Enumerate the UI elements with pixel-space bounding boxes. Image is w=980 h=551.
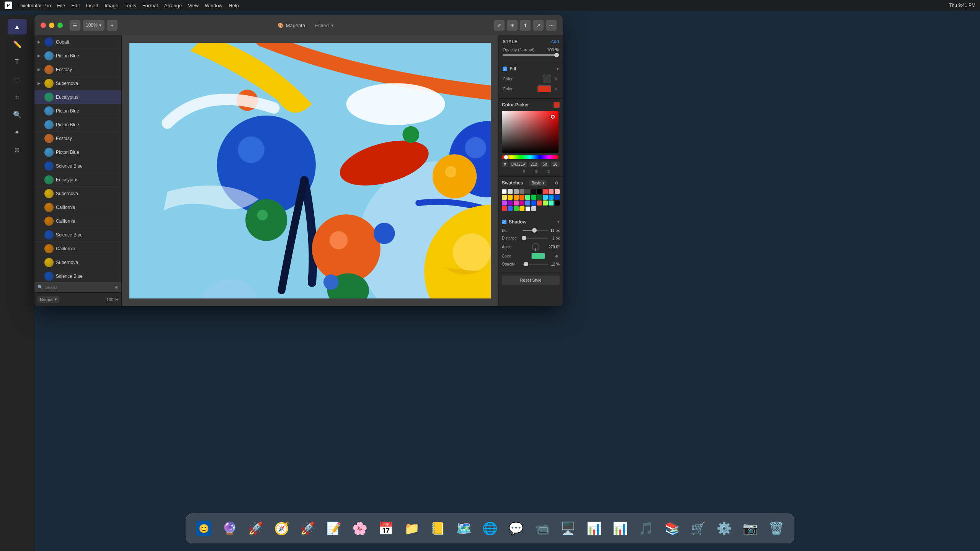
menu-tools[interactable]: Tools [124,3,136,8]
blend-mode-dropdown[interactable]: Normal ▾ [38,296,59,303]
color-swatch[interactable] [531,189,536,194]
shadow-opacity-slider[interactable] [523,261,548,267]
dock-appstore[interactable]: 🛒 [687,517,710,540]
layer-item[interactable]: California [34,242,121,256]
tool-select[interactable]: ▲ [8,19,27,34]
tool-paint[interactable]: ✏️ [8,37,27,52]
canvas[interactable] [129,43,491,298]
hue-slider[interactable] [502,155,559,159]
menu-format[interactable]: Format [142,3,158,8]
tool-text[interactable]: T [8,54,27,70]
fill-type-dropdown[interactable] [543,75,551,83]
color-swatch[interactable] [508,206,513,211]
layer-item[interactable]: Eucalyptus [34,90,121,104]
shadow-color-swatch[interactable] [531,253,545,259]
color-swatch[interactable] [537,189,542,194]
minimize-button[interactable] [49,23,54,28]
menu-arrange[interactable]: Arrange [164,3,182,8]
color-swatch[interactable] [555,195,560,200]
layer-item[interactable]: Picton Blue [34,104,121,118]
search-options[interactable]: ⊕ [115,285,118,290]
menu-help[interactable]: Help [229,3,239,8]
menu-app[interactable]: Pixelmator Pro [18,3,51,8]
menu-insert[interactable]: Insert [86,3,99,8]
menu-image[interactable]: Image [105,3,118,8]
layers-list[interactable]: ▶Cobalt▶Picton Blue▶Ecstasy▶SupernovaEuc… [34,35,121,282]
dock-numbers[interactable]: 📊 [583,517,606,540]
color-swatch[interactable] [519,189,524,194]
color-b-value[interactable]: 26 [551,161,560,167]
color-gradient-cursor[interactable] [551,115,555,119]
zoom-control[interactable]: 100% ▾ [83,20,105,31]
color-options[interactable]: ⊕ [553,86,559,92]
arrange-toggle[interactable]: ⊞ [507,20,518,31]
layer-expand-arrow[interactable]: ▶ [38,81,42,85]
color-swatch[interactable] [543,189,548,194]
dock-contacts[interactable]: 📒 [426,517,449,540]
reset-style-button[interactable]: Reset Style [502,276,560,285]
style-toggle[interactable]: ✐ [494,20,505,31]
color-swatch[interactable] [502,201,507,205]
color-swatch[interactable] [543,201,548,205]
color-swatch[interactable] [525,195,530,200]
color-swatch[interactable] [537,201,542,205]
color-swatch[interactable] [537,195,542,200]
opacity-slider-thumb[interactable] [554,53,559,57]
dock-photos[interactable]: 🌸 [348,517,371,540]
color-swatch[interactable] [514,195,519,200]
swatches-preset-dropdown[interactable]: Basic ▾ [529,180,546,186]
color-swatch[interactable] [531,206,536,211]
color-swatch[interactable] [514,189,519,194]
tool-crop[interactable]: ⌗ [8,90,27,105]
layer-item[interactable]: Science Blue [34,159,121,173]
swatches-gear[interactable]: ⚙ [554,180,560,186]
layer-item[interactable]: Eucalyptus [34,173,121,187]
close-button[interactable] [41,23,46,28]
fill-eyedropper[interactable]: ⊕ [553,76,559,82]
color-swatch[interactable] [549,195,554,200]
fullscreen-button[interactable] [57,23,63,28]
color-swatch[interactable] [502,189,507,194]
layers-toggle[interactable]: ☰ [70,20,80,31]
tool-repair[interactable]: ⊕ [8,142,27,158]
share-button[interactable]: ⬆ [520,20,531,31]
color-swatch[interactable] [543,195,548,200]
color-swatch[interactable] [555,201,560,205]
add-layer-button[interactable]: + [107,20,118,31]
style-add-button[interactable]: Add [551,39,559,44]
layer-item[interactable]: Picton Blue [34,145,121,159]
color-swatch[interactable] [519,195,524,200]
color-r-value[interactable]: 212 [529,161,539,167]
blur-slider[interactable] [523,228,548,233]
dock-prefs[interactable]: ⚙️ [713,517,736,540]
color-swatch[interactable] [525,206,530,211]
distance-slider[interactable] [523,235,548,241]
color-swatch[interactable] [508,195,513,200]
color-swatch[interactable] [519,206,524,211]
layer-item[interactable]: California [34,201,121,214]
shadow-opacity-thumb[interactable] [524,262,528,266]
color-swatch[interactable] [514,206,519,211]
color-swatch[interactable] [555,189,560,194]
color-swatch[interactable] [531,201,536,205]
menu-edit[interactable]: Edit [71,3,80,8]
tool-zoom[interactable]: 🔍 [8,107,27,122]
color-gradient-picker[interactable] [502,111,559,153]
layer-item[interactable]: ▶Picton Blue [34,49,121,63]
color-swatch[interactable] [531,195,536,200]
dock-notes[interactable]: 📝 [322,517,345,540]
dock-globe[interactable]: 🌐 [479,517,501,540]
color-swatch[interactable] [502,195,507,200]
color-swatch[interactable] [508,189,513,194]
dock-maps[interactable]: 🗺️ [452,517,475,540]
menu-window[interactable]: Window [205,3,222,8]
color-swatch-preview[interactable] [537,85,551,92]
dock-keynote[interactable]: 📊 [609,517,632,540]
canvas-area[interactable] [122,35,498,306]
layer-item[interactable]: California [34,214,121,228]
dock-capture[interactable]: 📷 [739,517,762,540]
layer-item[interactable]: Supernova [34,187,121,201]
tool-shape[interactable]: ◻ [8,72,27,87]
layer-item[interactable]: Science Blue [34,269,121,282]
opacity-slider-track[interactable] [503,54,559,56]
